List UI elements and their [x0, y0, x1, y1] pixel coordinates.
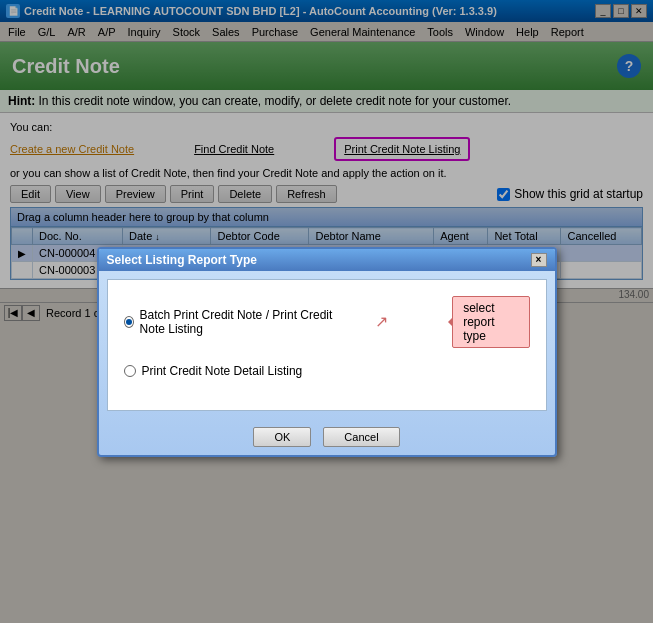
radio-label-1: Batch Print Credit Note / Print Credit N…	[140, 308, 350, 336]
ok-button[interactable]: OK	[253, 427, 311, 447]
dialog-title: Select Listing Report Type	[107, 253, 257, 267]
radio-dot-2[interactable]	[124, 365, 136, 377]
dialog-overlay: Select Listing Report Type × Batch Print…	[0, 0, 653, 623]
dialog-close-button[interactable]: ×	[531, 253, 547, 267]
radio-option-1[interactable]: Batch Print Credit Note / Print Credit N…	[124, 296, 530, 348]
radio-dot-1[interactable]	[124, 316, 134, 328]
tooltip-arrow-icon: ↗	[375, 312, 388, 331]
radio-option-2[interactable]: Print Credit Note Detail Listing	[124, 364, 530, 378]
dialog-titlebar: Select Listing Report Type ×	[99, 249, 555, 271]
radio-label-2: Print Credit Note Detail Listing	[142, 364, 303, 378]
cancel-button[interactable]: Cancel	[323, 427, 399, 447]
dialog: Select Listing Report Type × Batch Print…	[97, 247, 557, 457]
dialog-body: Batch Print Credit Note / Print Credit N…	[107, 279, 547, 411]
dialog-footer: OK Cancel	[99, 419, 555, 455]
tooltip-text: select report type	[463, 301, 494, 343]
radio-filled-1	[126, 319, 132, 325]
tooltip-box: select report type	[452, 296, 529, 348]
